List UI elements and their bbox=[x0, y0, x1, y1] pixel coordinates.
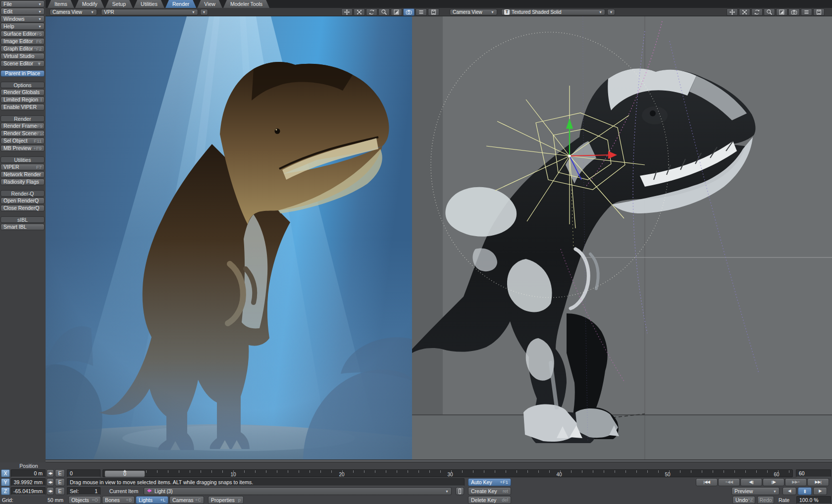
end-frame-field[interactable]: 60 bbox=[796, 469, 831, 477]
tab-render[interactable]: Render bbox=[165, 0, 196, 8]
tab-view[interactable]: View bbox=[197, 0, 222, 8]
sidebar-item-image-editor[interactable]: Image EditorF6 bbox=[0, 38, 45, 45]
create-key-button[interactable]: Create Keyret bbox=[468, 487, 511, 495]
render-mode-dropdown-left[interactable]: VPR▼ bbox=[101, 9, 198, 15]
section-title: Render bbox=[14, 116, 31, 122]
tab-items[interactable]: Items bbox=[48, 0, 74, 8]
item-type-bones-button[interactable]: Bones+B bbox=[102, 496, 135, 504]
envelope-y-button[interactable]: E bbox=[55, 478, 65, 486]
position-z-field[interactable]: -65.0419mm bbox=[11, 487, 46, 495]
step-back-button[interactable]: ◀|| bbox=[740, 478, 762, 486]
position-x-field[interactable]: 0 m bbox=[11, 469, 46, 477]
axis-z-button[interactable]: Z bbox=[1, 487, 10, 495]
sidebar-item-smart-ibl[interactable]: Smart IBL bbox=[0, 224, 45, 230]
chevron-down-icon: ▼ bbox=[91, 10, 94, 14]
menu-help[interactable]: Help▼ bbox=[0, 23, 45, 30]
pan-icon[interactable] bbox=[354, 8, 365, 16]
camera-icon[interactable] bbox=[788, 8, 800, 16]
menu-windows[interactable]: Windows▼ bbox=[0, 15, 45, 22]
previous-key-button[interactable]: +◀◀ bbox=[718, 478, 740, 486]
pan-icon[interactable] bbox=[739, 8, 750, 16]
selection-count-field[interactable]: Sel:1 bbox=[67, 487, 101, 495]
axis-y-button[interactable]: Y bbox=[1, 478, 10, 486]
sidebar-item-network-render[interactable]: Network Render bbox=[0, 171, 45, 178]
sidebar-item-limited-region[interactable]: Limited Regionl bbox=[0, 97, 45, 103]
snapshot-icon[interactable] bbox=[428, 8, 439, 16]
zoom-icon[interactable] bbox=[764, 8, 775, 16]
move-icon[interactable] bbox=[341, 8, 353, 16]
sidebar-item-surface-editor[interactable]: Surface EditorF5 bbox=[0, 31, 45, 37]
sidebar-item-render-globals[interactable]: Render Globals bbox=[0, 89, 45, 96]
sidebar-item-render-frame[interactable]: Render FrameF9 bbox=[0, 123, 45, 129]
view-type-dropdown-right[interactable]: Camera View▼ bbox=[450, 9, 497, 15]
envelope-x-button[interactable]: E bbox=[55, 469, 65, 477]
rate-field[interactable]: 100.0 % bbox=[796, 496, 831, 504]
viewport-left-canvas[interactable] bbox=[46, 16, 412, 459]
sidebar-item-close-renderq[interactable]: Close RenderQ bbox=[0, 205, 45, 211]
delete-key-button[interactable]: Delete Keydel bbox=[468, 496, 511, 504]
step-forward-button[interactable]: ||▶ bbox=[763, 478, 784, 486]
sidebar-item-enable-viper[interactable]: Enable VIPER bbox=[0, 104, 45, 110]
sidebar-item-viper[interactable]: VIPERF7 bbox=[0, 164, 45, 170]
tab-utilities[interactable]: Utilities bbox=[134, 0, 164, 8]
go-to-start-button[interactable]: |◀◀ bbox=[696, 478, 718, 486]
move-icon[interactable] bbox=[727, 8, 738, 16]
item-list-toggle-button[interactable] bbox=[456, 487, 464, 495]
snapshot-icon[interactable] bbox=[813, 8, 825, 16]
sidebar-item-mb-preview[interactable]: MB Preview+F9 bbox=[0, 145, 45, 151]
maximize-icon[interactable] bbox=[776, 8, 787, 16]
item-type-lights-button[interactable]: Lights+L bbox=[136, 496, 168, 504]
pause-button[interactable]: || bbox=[798, 487, 812, 495]
item-type-cameras-button[interactable]: Cameras+C bbox=[169, 496, 204, 504]
play-button[interactable]: ▶ bbox=[813, 487, 827, 495]
next-key-button[interactable]: ▶▶+ bbox=[785, 478, 807, 486]
shortcut: ret bbox=[503, 489, 508, 494]
timeline-ruler[interactable]: 10 20 30 40 50 60 0 bbox=[103, 469, 793, 477]
list-icon[interactable] bbox=[801, 8, 812, 16]
envelope-z-button[interactable]: E bbox=[55, 487, 65, 495]
viewport-options-dropdown-left[interactable]: ▼ bbox=[200, 9, 208, 15]
tab-modify[interactable]: Modify bbox=[75, 0, 104, 8]
auto-key-button[interactable]: Auto Key+F1 bbox=[468, 478, 511, 486]
sidebar-item-virtual-studio[interactable]: Virtual Studio bbox=[0, 53, 45, 59]
list-icon[interactable] bbox=[416, 8, 427, 16]
nudge-x-button[interactable]: ◀▶ bbox=[47, 469, 54, 477]
sidebar-item-scene-editor[interactable]: Scene Editor▼ bbox=[0, 60, 45, 67]
sidebar-item-radiosity-flags[interactable]: Radiosity Flags bbox=[0, 179, 45, 185]
viewport-options-dropdown-right[interactable]: ▼ bbox=[607, 9, 615, 15]
menu-edit[interactable]: Edit▼ bbox=[0, 8, 45, 15]
axis-x-button[interactable]: X bbox=[1, 469, 10, 477]
sidebar-item-parent-in-place[interactable]: Parent in Place bbox=[0, 70, 45, 77]
tab-setup[interactable]: Setup bbox=[105, 0, 133, 8]
go-to-end-button[interactable]: ▶▶| bbox=[807, 478, 829, 486]
position-y-field[interactable]: 39.9992 mm bbox=[11, 478, 46, 486]
menu-file[interactable]: File▼ bbox=[0, 0, 45, 7]
camera-icon[interactable] bbox=[403, 8, 415, 16]
maximize-icon[interactable] bbox=[391, 8, 402, 16]
section-title: Options bbox=[13, 82, 31, 88]
render-mode-dropdown-right[interactable]: TTextured Shaded Solid▼ bbox=[501, 9, 605, 15]
preview-dropdown[interactable]: Preview▼ bbox=[731, 487, 780, 495]
redo-button[interactable]: Redo bbox=[757, 496, 774, 504]
current-frame-field[interactable]: 0 bbox=[67, 469, 101, 477]
rotate-icon[interactable] bbox=[751, 8, 763, 16]
sidebar-item-sel-object[interactable]: Sel ObjectF11 bbox=[0, 138, 45, 144]
nudge-y-button[interactable]: ◀▶ bbox=[47, 478, 54, 486]
rotate-icon[interactable] bbox=[366, 8, 377, 16]
current-item-dropdown[interactable]: Light (3) ▼ bbox=[144, 487, 452, 495]
viewport-right-canvas[interactable] bbox=[412, 16, 832, 459]
item-type-objects-button[interactable]: Objects+O bbox=[68, 496, 101, 504]
properties-button[interactable]: Propertiesp bbox=[208, 496, 244, 504]
zoom-icon[interactable] bbox=[378, 8, 390, 16]
sidebar-item-open-renderq[interactable]: Open RenderQ bbox=[0, 198, 45, 204]
sidebar-item-render-scene[interactable]: Render SceneF10 bbox=[0, 130, 45, 137]
view-type-dropdown-left[interactable]: Camera View▼ bbox=[50, 9, 97, 15]
nudge-z-button[interactable]: ◀▶ bbox=[47, 487, 54, 495]
sidebar-item-graph-editor[interactable]: Graph Editor^F2 bbox=[0, 46, 45, 52]
undo-button[interactable]: Undo^Z bbox=[732, 496, 755, 504]
tab-modeler-tools[interactable]: Modeler Tools bbox=[223, 0, 269, 8]
viewport-right-header: Camera View▼ TTextured Shaded Solid▼ ▼ bbox=[442, 8, 832, 16]
play-reverse-button[interactable]: ◀ bbox=[782, 487, 796, 495]
timeline-slider-knob[interactable]: 0 bbox=[104, 470, 145, 477]
left-toolbar: Surface EditorF5 Image EditorF6 Graph Ed… bbox=[0, 31, 46, 231]
